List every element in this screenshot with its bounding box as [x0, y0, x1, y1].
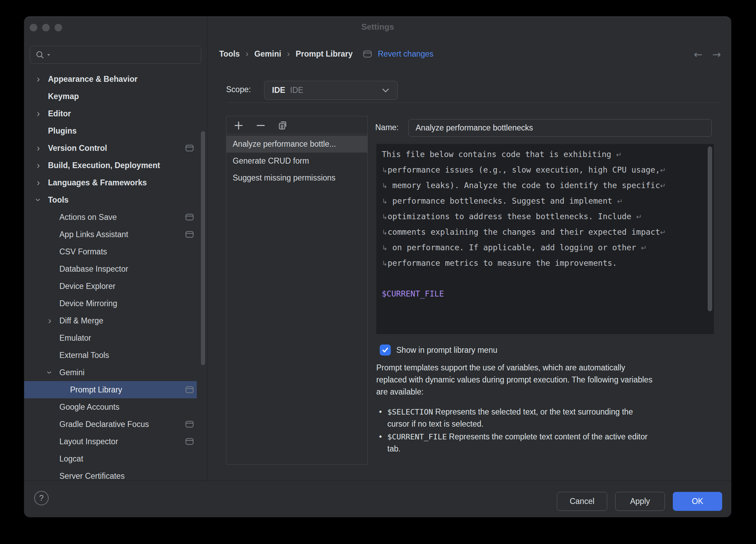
code-line: ↳performance metrics to measure the impr…	[382, 255, 708, 271]
sidebar-item-device-explorer[interactable]: Device Explorer	[24, 278, 197, 295]
soft-wrap-icon: ↳	[382, 213, 388, 221]
sidebar-item-label: Device Mirroring	[59, 299, 117, 308]
chevron-down-icon[interactable]: ›	[33, 195, 43, 205]
sidebar-item-tools[interactable]: ›Tools	[24, 191, 197, 208]
editor-scrollbar[interactable]	[708, 146, 712, 311]
soft-wrap-icon: ↵	[660, 228, 666, 236]
sidebar-item-server-certificates[interactable]: Server Certificates	[24, 467, 197, 480]
breadcrumb-separator-icon: ›	[287, 49, 290, 59]
soft-wrap-icon: ↳	[382, 197, 388, 205]
sidebar-item-keymap[interactable]: Keymap	[24, 88, 197, 105]
breadcrumb-gemini[interactable]: Gemini	[254, 49, 281, 59]
settings-search[interactable]	[30, 46, 201, 64]
ok-button[interactable]: OK	[673, 492, 722, 511]
panel-icon	[185, 214, 194, 221]
duplicate-prompt-icon[interactable]	[277, 120, 289, 130]
remove-prompt-button[interactable]: −	[255, 120, 266, 130]
chevron-right-icon[interactable]: ›	[33, 177, 43, 188]
soft-wrap-icon: ↳	[382, 228, 388, 236]
chevron-down-icon[interactable]: ›	[45, 367, 55, 378]
sidebar-item-gemini[interactable]: ›Gemini	[24, 364, 197, 381]
sidebar-item-editor[interactable]: ›Editor	[24, 105, 197, 122]
sidebar-item-label: Database Inspector	[59, 264, 128, 274]
sidebar-item-device-mirroring[interactable]: Device Mirroring	[24, 295, 197, 312]
show-in-menu-checkbox[interactable]	[380, 344, 391, 356]
search-options-caret-icon[interactable]	[47, 53, 51, 57]
apply-button[interactable]: Apply	[615, 492, 665, 511]
breadcrumb-prompt-library[interactable]: Prompt Library	[296, 49, 353, 59]
sidebar-item-label: Gemini	[59, 368, 85, 377]
sidebar-item-languages-frameworks[interactable]: ›Languages & Frameworks	[24, 174, 197, 191]
variables-description: Prompt templates support the use of vari…	[376, 362, 728, 398]
forward-icon[interactable]: →	[712, 48, 721, 60]
sidebar-item-gradle-declarative-focus[interactable]: Gradle Declarative Focus	[24, 416, 197, 433]
sidebar-item-app-links-assistant[interactable]: App Links Assistant	[24, 226, 197, 243]
cancel-button[interactable]: Cancel	[557, 492, 607, 511]
sidebar-item-label: Editor	[48, 109, 71, 118]
chevron-right-icon[interactable]: ›	[33, 160, 43, 171]
back-icon[interactable]: ←	[694, 48, 702, 60]
prompt-name-input[interactable]	[408, 119, 712, 137]
sidebar-item-external-tools[interactable]: External Tools	[24, 347, 197, 364]
soft-wrap-icon: ↳	[382, 182, 388, 190]
sidebar-item-google-accounts[interactable]: Google Accounts	[24, 398, 197, 416]
scope-dropdown[interactable]: IDE IDE	[264, 81, 398, 100]
sidebar-item-label: Device Explorer	[59, 282, 115, 291]
sidebar-item-label: Logcat	[59, 454, 83, 464]
checkmark-icon	[381, 346, 389, 354]
prompt-item-2[interactable]: Generate CRUD form	[226, 153, 367, 169]
code-line	[382, 271, 708, 286]
variable-item: •$CURRENT_FILE Represents the complete t…	[377, 431, 722, 455]
code-line: $CURRENT_FILE	[382, 286, 708, 301]
code-line: ↳comments explaining the changes and the…	[382, 224, 708, 240]
sidebar-item-emulator[interactable]: Emulator	[24, 329, 197, 347]
sidebar-item-database-inspector[interactable]: Database Inspector	[24, 260, 197, 278]
soft-wrap-icon: ↵	[641, 244, 647, 252]
sidebar-item-version-control[interactable]: ›Version Control	[24, 139, 197, 157]
code-line: ↳ on performance. If applicable, add log…	[382, 240, 708, 255]
prompt-item-3[interactable]: Suggest missing permissions	[226, 169, 367, 186]
sidebar-item-plugins[interactable]: Plugins	[24, 122, 197, 139]
scope-value-hint: IDE	[290, 86, 303, 95]
prompt-item-1[interactable]: Analyze performance bottle...	[226, 136, 367, 153]
breadcrumb-tools[interactable]: Tools	[219, 49, 240, 59]
chevron-right-icon[interactable]: ›	[45, 315, 55, 326]
sidebar-item-build-execution-deployment[interactable]: ›Build, Execution, Deployment	[24, 157, 197, 174]
chevron-right-icon[interactable]: ›	[33, 74, 43, 84]
settings-sidebar: ›Appearance & BehaviorKeymap›EditorPlugi…	[24, 17, 207, 480]
soft-wrap-icon: ↳	[382, 259, 388, 268]
soft-wrap-icon: ↳	[382, 166, 388, 174]
sidebar-item-logcat[interactable]: Logcat	[24, 450, 197, 467]
chevron-right-icon[interactable]: ›	[33, 143, 43, 153]
soft-wrap-icon: ↵	[636, 213, 642, 221]
sidebar-item-actions-on-save[interactable]: Actions on Save	[24, 208, 197, 226]
breadcrumb: Tools › Gemini › Prompt Library Revert c…	[219, 46, 434, 61]
sidebar-scrollbar[interactable]	[201, 131, 205, 365]
sidebar-item-diff-merge[interactable]: ›Diff & Merge	[24, 312, 197, 329]
variable-name: $CURRENT_FILE	[387, 433, 447, 441]
settings-window: Settings ›Appearance & BehaviorKeymap›Ed…	[24, 17, 731, 517]
revert-changes-link[interactable]: Revert changes	[378, 49, 433, 59]
sidebar-item-label: Tools	[48, 195, 69, 205]
prompt-text-editor[interactable]: This file below contains code that is ex…	[376, 144, 714, 334]
panel-icon	[363, 50, 372, 58]
sidebar-item-prompt-library[interactable]: Prompt Library	[24, 381, 197, 398]
soft-wrap-icon: ↵	[660, 182, 666, 190]
sidebar-item-label: Prompt Library	[70, 385, 122, 395]
sidebar-item-appearance-behavior[interactable]: ›Appearance & Behavior	[24, 70, 197, 88]
search-input[interactable]	[52, 50, 196, 59]
sidebar-item-layout-inspector[interactable]: Layout Inspector	[24, 433, 197, 450]
code-line: ↳optimizations to address these bottlene…	[382, 209, 708, 224]
soft-wrap-icon: ↳	[382, 244, 388, 252]
sidebar-item-label: Emulator	[59, 333, 91, 343]
soft-wrap-icon: ↵	[616, 150, 622, 159]
chevron-right-icon[interactable]: ›	[33, 108, 43, 119]
bullet-icon: •	[379, 406, 382, 418]
add-prompt-button[interactable]: +	[233, 120, 244, 130]
sidebar-item-label: Plugins	[48, 126, 77, 136]
sidebar-item-csv-formats[interactable]: CSV Formats	[24, 243, 197, 260]
sidebar-item-label: App Links Assistant	[59, 230, 128, 239]
code-line: ↳ memory leaks). Analyze the code to ide…	[382, 178, 708, 193]
help-button[interactable]: ?	[34, 491, 49, 505]
code-line: This file below contains code that is ex…	[382, 147, 708, 162]
